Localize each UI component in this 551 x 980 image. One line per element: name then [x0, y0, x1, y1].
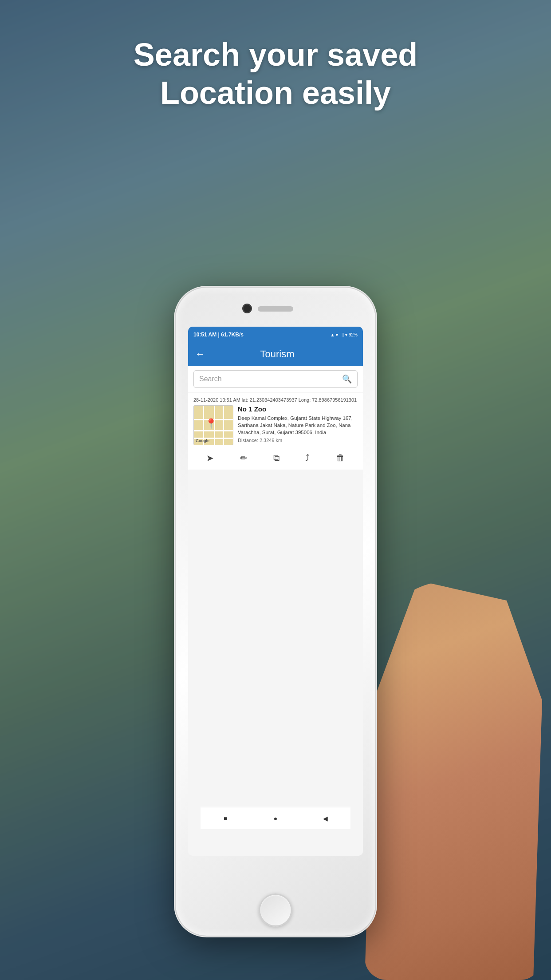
map-pin-icon: 📍	[205, 418, 217, 430]
card-content: 📍 Google No 1 Zoo Deep Kamal Complex, Gu…	[193, 405, 358, 445]
map-road	[194, 430, 233, 431]
nav-back-button[interactable]: ◀	[320, 813, 331, 824]
search-icon[interactable]: 🔍	[342, 374, 352, 384]
home-button[interactable]	[259, 893, 292, 927]
nav-recent-button[interactable]: ■	[220, 813, 231, 824]
nav-home-button[interactable]: ●	[270, 813, 281, 824]
location-card: 28-11-2020 10:51 AM lat: 21.230342403473…	[188, 393, 363, 470]
share-button[interactable]: ⤴	[305, 453, 310, 463]
phone-screen: 10:51 AM | 61.7KB/s ▲▼ ||| ▾ 92% ← Touri…	[188, 327, 363, 856]
hero-line2: Location easily	[27, 74, 524, 112]
nav-bar: ■ ● ◀	[201, 807, 350, 829]
google-maps-logo: Google	[196, 439, 209, 443]
signal-icon: ▲▼ |||	[331, 332, 344, 337]
hero-line1: Search your saved	[27, 36, 524, 74]
phone-camera	[242, 304, 252, 313]
search-bar[interactable]: Search 🔍	[193, 370, 358, 388]
hero-text: Search your saved Location easily	[0, 36, 551, 112]
search-input[interactable]: Search	[199, 375, 342, 383]
status-bar: 10:51 AM | 61.7KB/s ▲▼ ||| ▾ 92%	[188, 327, 363, 343]
copy-button[interactable]: ⧉	[273, 453, 279, 463]
header-title: Tourism	[212, 348, 342, 360]
card-distance: Distance: 2.3249 km	[238, 438, 358, 443]
card-title: No 1 Zoo	[238, 405, 358, 413]
status-time: 10:51 AM | 61.7KB/s	[193, 332, 244, 338]
phone-device: 10:51 AM | 61.7KB/s ▲▼ ||| ▾ 92% ← Touri…	[94, 288, 457, 980]
card-meta: 28-11-2020 10:51 AM lat: 21.230342403473…	[193, 397, 358, 403]
map-road	[223, 406, 224, 445]
wifi-icon: ▾	[345, 332, 347, 337]
search-container: Search 🔍	[188, 366, 363, 392]
map-thumbnail: 📍 Google	[193, 405, 233, 445]
edit-button[interactable]: ✏	[240, 453, 248, 463]
back-button[interactable]: ←	[195, 348, 205, 360]
phone-shell: 10:51 AM | 61.7KB/s ▲▼ ||| ▾ 92% ← Touri…	[176, 288, 375, 936]
card-address: Deep Kamal Complex, Gujarat State Highwa…	[238, 415, 358, 436]
phone-speaker	[258, 306, 293, 312]
status-icons: ▲▼ ||| ▾ 92%	[331, 332, 358, 337]
battery-icon: 92%	[349, 332, 358, 337]
screen-content: Search 🔍 28-11-2020 10:51 AM lat: 21.230…	[188, 366, 363, 856]
card-actions: ➤ ✏ ⧉ ⤴ 🗑	[193, 449, 358, 465]
app-header: ← Tourism	[188, 343, 363, 366]
card-info: No 1 Zoo Deep Kamal Complex, Gujarat Sta…	[238, 405, 358, 445]
delete-button[interactable]: 🗑	[336, 453, 345, 463]
navigate-button[interactable]: ➤	[206, 453, 214, 463]
